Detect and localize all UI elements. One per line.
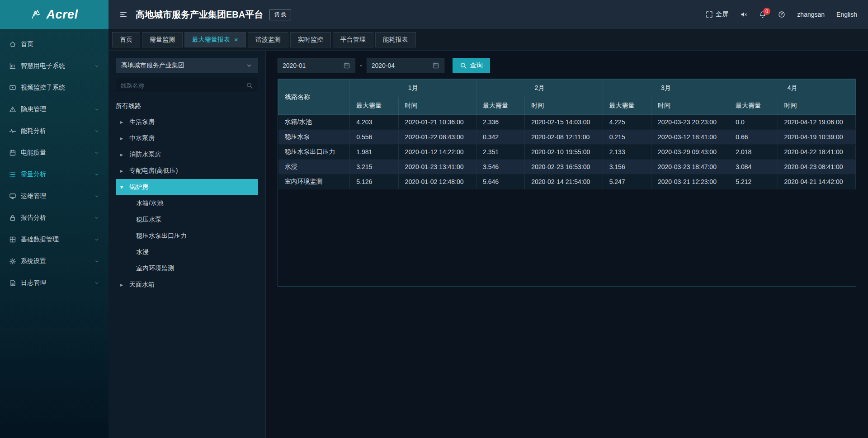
tree-node[interactable]: ▸专配电房(高低压) [116,163,258,179]
notifications-button[interactable]: 0 [759,11,766,18]
chart-icon [9,62,16,70]
caret-right-icon[interactable]: ▸ [120,282,126,288]
warning-icon [9,106,16,113]
cell-line-name: 稳压水泵 [278,130,350,145]
tree-node-label: 锅炉房 [129,183,148,191]
end-date-input[interactable] [372,62,432,69]
cell-max-demand: 2.351 [476,145,525,160]
caret-right-icon[interactable]: ▸ [120,119,126,125]
tree-leaf[interactable]: 稳压水泵 [116,212,258,228]
tree-leaf[interactable]: 室内环境监测 [116,260,258,277]
sidebar-item-report[interactable]: 报告分析 [0,207,108,229]
tab-close-icon[interactable]: × [234,36,238,43]
user-menu[interactable]: zhangsan [797,11,825,18]
tab-energy-report[interactable]: 能耗报表 [375,32,416,47]
tree-leaf[interactable]: 水浸 [116,244,258,260]
cell-time: 2020-02-15 14:03:00 [525,115,603,130]
table-row: 稳压水泵0.5562020-01-22 08:43:000.3422020-02… [278,130,856,145]
brand-name: Acrel [46,8,78,22]
max-demand-table-wrap: 线路名称1月2月3月4月最大需量时间最大需量时间最大需量时间最大需量时间 水箱/… [278,79,856,287]
fullscreen-icon [706,11,713,18]
cell-time: 2020-04-22 18:41:00 [778,145,855,160]
search-icon[interactable] [246,82,253,89]
tree-node[interactable]: ▸中水泵房 [116,130,258,146]
tree-leaf[interactable]: 稳压水泵出口压力 [116,228,258,244]
sidebar-item-label: 智慧用电子系统 [21,62,94,70]
query-button[interactable]: 查询 [453,58,490,73]
sidebar-item-home[interactable]: 首页 [0,33,108,55]
cell-max-demand: 0.342 [476,130,525,145]
cell-max-demand: 5.247 [603,174,651,189]
mute-button[interactable] [740,11,747,18]
cell-time: 2020-03-23 20:23:00 [651,115,729,130]
language-switch[interactable]: English [836,11,857,18]
tree-leaf-label: 稳压水泵 [136,216,161,224]
end-date-picker[interactable] [367,58,444,73]
sidebar-item-energy-analysis[interactable]: 能耗分析 [0,120,108,142]
col-time: 时间 [778,97,855,115]
chevron-down-icon [94,63,99,69]
caret-down-icon[interactable]: ▾ [120,184,126,190]
cell-max-demand: 2.018 [729,145,778,160]
fullscreen-button[interactable]: 全屏 [706,10,728,19]
start-date-picker[interactable] [278,58,355,73]
tab-harmonic[interactable]: 谐波监测 [248,32,288,47]
query-bar: - 查询 [278,58,856,73]
tree-leaf[interactable]: 水箱/水池 [116,195,258,212]
cell-max-demand: 2.336 [476,115,525,130]
sidebar-item-label: 视频监控子系统 [21,84,99,92]
cell-max-demand: 3.084 [729,160,778,174]
col-max-demand: 最大需量 [603,97,651,115]
tab-bar: 首页需量监测最大需量报表×谐波监测实时监控平台管理能耗报表 [108,29,868,51]
tree-node-label: 天面水箱 [129,281,155,289]
sidebar-item-demand-analysis[interactable]: 需量分析 [0,164,108,185]
gear-icon [9,258,16,265]
sidebar-item-base-data[interactable]: 基础数据管理 [0,229,108,250]
sidebar-item-smart-power[interactable]: 智慧用电子系统 [0,55,108,77]
col-month: 1月 [350,80,476,97]
tree-node[interactable]: ▸消防水泵房 [116,146,258,163]
switch-button[interactable]: 切 换 [269,9,291,20]
tab-realtime[interactable]: 实时监控 [290,32,331,47]
menu-toggle-icon[interactable] [119,10,127,19]
sidebar-item-logs[interactable]: 日志管理 [0,272,108,294]
tab-label: 谐波监测 [255,36,281,44]
start-date-input[interactable] [283,62,343,69]
header-right: 全屏 0 zhangsan English [706,10,857,19]
tab-platform[interactable]: 平台管理 [333,32,373,47]
col-month: 2月 [476,80,603,97]
main-content: - 查询 [266,51,868,438]
tree-root-label[interactable]: 所有线路 [116,100,258,114]
sidebar-item-power-quality[interactable]: 电能质量 [0,142,108,164]
sidebar-item-ops[interactable]: 运维管理 [0,185,108,207]
chevron-down-icon [94,237,99,242]
cell-max-demand: 0.66 [729,130,778,145]
lock-icon [9,214,16,221]
help-button[interactable] [778,11,785,18]
sidebar-item-video-monitor[interactable]: 视频监控子系统 [0,77,108,99]
tree-node[interactable]: ▾锅炉房 [116,179,258,195]
org-select[interactable]: 高地城市服务产业集团 [116,58,258,73]
org-select-value: 高地城市服务产业集团 [121,61,184,70]
cell-time: 2020-04-21 14:42:00 [778,174,855,189]
line-search-input[interactable] [121,82,246,89]
tab-demand-monitor[interactable]: 需量监测 [142,32,183,47]
pulse-icon [9,127,16,135]
tab-max-demand-report[interactable]: 最大需量报表× [184,32,246,47]
table-row: 水箱/水池4.2032020-01-21 10:36:002.3362020-0… [278,115,856,130]
chevron-down-icon [94,215,99,221]
acrel-logo-icon [30,9,42,20]
sidebar-item-label: 能耗分析 [21,127,94,135]
col-time: 时间 [651,97,729,115]
tab-label: 实时监控 [298,36,323,44]
caret-right-icon[interactable]: ▸ [120,168,126,174]
caret-right-icon[interactable]: ▸ [120,151,126,158]
sidebar-item-settings[interactable]: 系统设置 [0,250,108,272]
tree-node[interactable]: ▸生活泵房 [116,114,258,130]
tree-node[interactable]: ▸天面水箱 [116,277,258,293]
tab-home[interactable]: 首页 [112,32,140,47]
tab-label: 首页 [120,36,132,44]
sidebar-item-hazard[interactable]: 隐患管理 [0,99,108,120]
home-icon [9,41,16,48]
caret-right-icon[interactable]: ▸ [120,135,126,141]
